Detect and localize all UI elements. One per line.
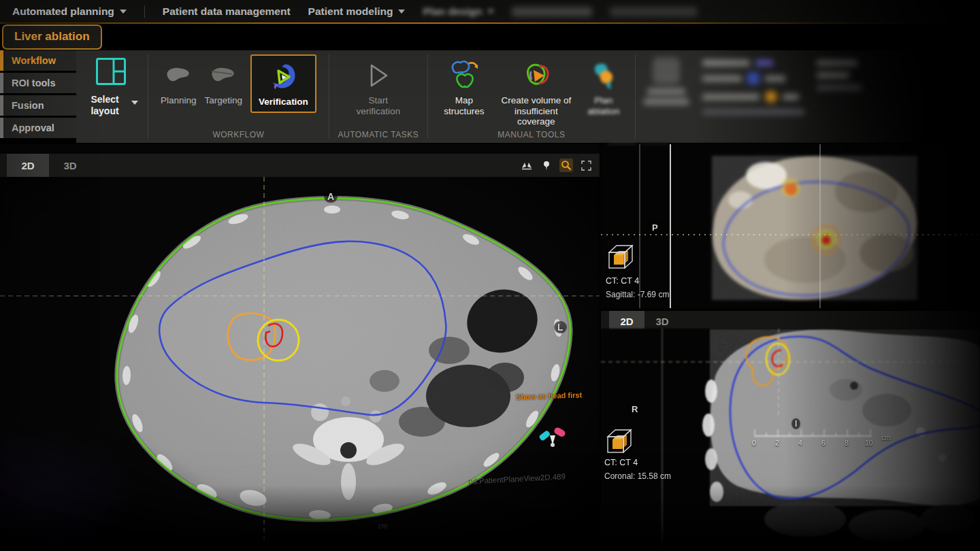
menu-label: Patient modeling xyxy=(308,5,393,18)
plan-ablation-button[interactable]: Plan ablation xyxy=(585,56,623,116)
group-label-workflow: WORKFLOW xyxy=(151,130,326,139)
chevron-down-icon xyxy=(120,10,127,14)
plan-ablation-icon xyxy=(588,56,619,95)
select-layout-button[interactable]: Select layout xyxy=(76,50,145,143)
ruler-unit-label: cm xyxy=(378,522,387,530)
ruler-tick: 8 xyxy=(845,439,849,447)
sidebar-item-approval[interactable]: Approval xyxy=(0,118,76,138)
map-structures-button[interactable]: Map structures xyxy=(440,56,488,116)
tab-label: Liver ablation xyxy=(14,30,90,43)
button-label: Plan ablation xyxy=(585,95,623,116)
group-label-manual-tools: MANUAL TOOLS xyxy=(431,130,632,139)
chevron-down-icon xyxy=(131,101,138,105)
menu-item-automated-planning[interactable]: Automated planning xyxy=(12,5,127,18)
workflow-sidebar: Workflow ROI tools Fusion Approval xyxy=(0,50,76,140)
blurred-ribbon-button[interactable] xyxy=(642,57,690,105)
mirror-icon[interactable] xyxy=(520,158,534,172)
verification-icon xyxy=(267,57,299,97)
blurred-menu-item[interactable] xyxy=(512,7,592,16)
modality-label: CT: CT 4 xyxy=(606,276,639,286)
sidebar-item-workflow[interactable]: Workflow xyxy=(0,50,76,71)
ruler-tick: 10 xyxy=(865,439,873,447)
ruler-tick: 4 xyxy=(798,439,802,447)
sidebar-label: ROI tools xyxy=(12,78,55,88)
tab-liver-ablation[interactable]: Liver ablation xyxy=(2,24,102,50)
button-label: Map structures xyxy=(440,95,488,116)
menu-item-patient-modeling[interactable]: Patient modeling xyxy=(308,5,406,18)
start-verification-button[interactable]: Start verification xyxy=(349,56,408,116)
expand-icon[interactable] xyxy=(579,158,593,172)
ribbon-divider xyxy=(148,54,148,139)
verification-button[interactable]: Verification xyxy=(250,54,316,113)
tab-label: 2D xyxy=(21,160,34,171)
axial-viewport[interactable]: 2D 3D xyxy=(0,144,601,551)
view-cube-icon xyxy=(605,428,635,458)
button-label: Create volume of insufficient coverage xyxy=(496,95,576,127)
orientation-marker[interactable] xyxy=(538,424,568,452)
ruler-unit-label: cm xyxy=(881,433,891,441)
button-label: Verification xyxy=(259,97,308,107)
ribbon-divider xyxy=(635,54,636,139)
ribbon-divider xyxy=(329,54,329,139)
menu-divider xyxy=(144,5,145,18)
axial-ct-image[interactable] xyxy=(0,177,600,551)
ribbon-toolbar: Select layout Planning Targeting xyxy=(76,50,980,143)
layout-grid-icon xyxy=(95,57,127,88)
slice-position-label: Sagittal: -7.69 cm xyxy=(606,290,669,299)
blurred-ribbon-panel xyxy=(817,57,862,90)
blurred-menu-item[interactable] xyxy=(610,7,697,16)
menu-label: Automated planning xyxy=(12,5,114,18)
sidebar-item-roi-tools[interactable]: ROI tools xyxy=(0,73,76,93)
sidebar-item-fusion[interactable]: Fusion xyxy=(0,95,76,116)
coverage-volume-icon xyxy=(519,56,554,95)
coronal-ct-image[interactable] xyxy=(601,329,980,551)
menu-label: Plan design xyxy=(423,5,482,18)
orientation-label-anterior: A xyxy=(324,190,338,203)
ribbon-group-manual-tools: Map structures Create volume of insuffic… xyxy=(431,50,632,143)
liver-target-icon xyxy=(210,56,237,95)
planning-button[interactable]: Planning xyxy=(161,56,197,106)
blurred-ribbon-region xyxy=(638,50,866,143)
sagittal-viewport[interactable]: P CT: CT 4 Sagittal: -7.69 cm xyxy=(601,144,980,308)
chevron-down-icon xyxy=(398,10,405,14)
coronal-viewport[interactable]: 2D 3D xyxy=(601,310,980,551)
button-label: Start verification xyxy=(349,95,408,116)
menu-item-patient-data-management[interactable]: Patient data management xyxy=(163,5,291,18)
ribbon-group-automatic-tasks: Start verification AUTOMATIC TASKS xyxy=(332,50,425,143)
button-label: Planning xyxy=(161,95,197,106)
tab-label: 3D xyxy=(655,316,668,327)
pin-icon[interactable] xyxy=(540,158,553,172)
ribbon-group-workflow: Planning Targeting Verification WORKFLOW xyxy=(151,50,326,143)
menu-item-plan-design[interactable]: Plan design xyxy=(423,5,494,18)
tab-label: 2D xyxy=(620,316,633,327)
orientation-label-left: L xyxy=(554,321,567,333)
ruler-tick: 2 xyxy=(775,439,779,447)
ruler-tick: 0 xyxy=(752,439,756,447)
create-volume-button[interactable]: Create volume of insufficient coverage xyxy=(496,56,576,127)
button-label: Targeting xyxy=(205,95,243,106)
map-structures-icon xyxy=(446,56,482,95)
targeting-button[interactable]: Targeting xyxy=(205,56,243,106)
accent-divider xyxy=(0,22,980,24)
top-menu-bar: Automated planning Patient data manageme… xyxy=(0,0,980,23)
ribbon-divider xyxy=(427,54,428,139)
chevron-down-icon xyxy=(487,10,494,14)
select-layout-label: Select layout xyxy=(83,94,127,117)
axial-tab-2d[interactable]: 2D xyxy=(7,154,49,177)
slice-position-label: Coronal: 15.58 cm xyxy=(604,471,671,481)
magnifier-icon[interactable] xyxy=(559,158,573,172)
liver-icon xyxy=(165,56,192,95)
sidebar-label: Fusion xyxy=(12,100,44,111)
sidebar-label: Workflow xyxy=(12,55,56,66)
modality-label: CT: CT 4 xyxy=(604,458,638,467)
tab-label: 3D xyxy=(63,160,76,171)
ruler-tick: 6 xyxy=(821,439,826,447)
orientation-label-posterior: P xyxy=(649,222,662,233)
view-cube-icon xyxy=(606,244,636,273)
sidebar-label: Approval xyxy=(12,122,54,133)
group-label-automatic-tasks: AUTOMATIC TASKS xyxy=(332,130,425,139)
axial-view-tools xyxy=(520,158,593,172)
axial-tab-bar: 2D 3D xyxy=(0,154,600,177)
menu-label: Patient data management xyxy=(163,5,291,18)
axial-tab-3d[interactable]: 3D xyxy=(49,154,91,177)
